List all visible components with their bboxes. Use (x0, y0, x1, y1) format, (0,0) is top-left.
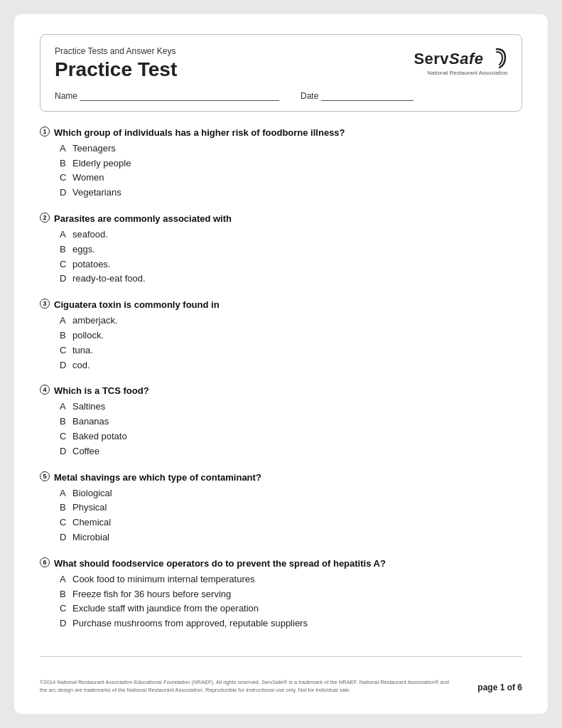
option-text: Elderly people (72, 156, 131, 171)
servsafe-logo: ServSafe National Restaurant Association (414, 46, 507, 76)
option-letter: B (60, 242, 72, 257)
option-text: Baked potato (72, 429, 127, 444)
option: ABiological (60, 486, 522, 501)
option-text: pollock. (72, 328, 104, 343)
option-text: eggs. (72, 242, 95, 257)
option-text: Microbial (72, 530, 109, 545)
questions-section: 1Which group of individuals has a higher… (40, 127, 522, 656)
option-letter: C (60, 515, 72, 530)
option-text: seafood. (72, 228, 108, 242)
option: DPurchase mushrooms from approved, reput… (60, 616, 522, 631)
option: ACook food to minimum internal temperatu… (60, 572, 522, 587)
options-list: ACook food to minimum internal temperatu… (60, 572, 522, 631)
header-subtitle: Practice Tests and Answer Keys (55, 46, 414, 56)
question-number: 4 (40, 385, 50, 395)
option-text: Chemical (72, 515, 111, 530)
option: ASaltines (60, 400, 522, 414)
options-list: Aamberjack.Bpollock.Ctuna.Dcod. (60, 314, 522, 373)
question-label: What should foodservice operators do to … (54, 558, 386, 569)
option-text: Saltines (72, 400, 105, 414)
question-number: 2 (40, 213, 50, 223)
option-letter: A (60, 400, 72, 414)
question-text: 5Metal shavings are which type of contam… (40, 472, 522, 483)
safe-text: Safe (449, 50, 483, 68)
option-text: Bananas (72, 414, 109, 429)
question-block: 1Which group of individuals has a higher… (40, 127, 522, 200)
question-label: Metal shavings are which type of contami… (54, 472, 261, 483)
option-letter: D (60, 530, 72, 545)
option-text: Women (72, 171, 104, 186)
option: Aseafood. (60, 228, 522, 242)
option: CExclude staff with jaundice from the op… (60, 601, 522, 616)
header-title: Practice Test (55, 59, 414, 81)
option-text: cod. (72, 358, 90, 373)
question-text: 4Which is a TCS food? (40, 385, 522, 396)
header-box: Practice Tests and Answer Keys Practice … (40, 34, 522, 112)
option-letter: D (60, 272, 72, 287)
header-name-date: Name Date (55, 91, 414, 101)
option-letter: D (60, 444, 72, 459)
question-block: 6What should foodservice operators do to… (40, 558, 522, 631)
option-text: Teenagers (72, 141, 116, 156)
option: BFreeze fish for 36 hours before serving (60, 587, 522, 602)
question-text: 3Ciguatera toxin is commonly found in (40, 299, 522, 310)
option: BElderly people (60, 156, 522, 171)
option-letter: D (60, 186, 72, 200)
question-number: 6 (40, 557, 50, 567)
option-text: Exclude staff with jaundice from the ope… (72, 601, 259, 616)
option-letter: C (60, 343, 72, 358)
option-letter: B (60, 156, 72, 171)
option-text: tuna. (72, 343, 93, 358)
option-letter: B (60, 328, 72, 343)
option-letter: B (60, 500, 72, 515)
footer-copyright: ©2014 National Restaurant Association Ed… (40, 678, 452, 695)
options-list: ABiologicalBPhysicalCChemicalDMicrobial (60, 486, 522, 545)
question-block: 5Metal shavings are which type of contam… (40, 472, 522, 545)
option: Aamberjack. (60, 314, 522, 328)
option: Beggs. (60, 242, 522, 257)
option-letter: A (60, 572, 72, 587)
question-number: 3 (40, 299, 50, 309)
option: Dready-to-eat food. (60, 272, 522, 287)
option: CWomen (60, 171, 522, 186)
option-text: Physical (72, 500, 107, 515)
option-text: Biological (72, 486, 112, 501)
serv-text: Serv (414, 50, 449, 68)
option-text: Cook food to minimum internal temperatur… (72, 572, 255, 587)
question-block: 4Which is a TCS food?ASaltinesBBananasCB… (40, 385, 522, 459)
option: Ctuna. (60, 343, 522, 358)
footer: ©2014 National Restaurant Association Ed… (40, 656, 522, 695)
option: DVegetarians (60, 186, 522, 200)
option-letter: D (60, 616, 72, 631)
option-letter: C (60, 429, 72, 444)
servsafe-wordmark: ServSafe (414, 51, 483, 67)
option: Bpollock. (60, 328, 522, 343)
option-letter: D (60, 358, 72, 373)
option-letter: B (60, 587, 72, 602)
option-text: Vegetarians (72, 186, 121, 200)
option-letter: C (60, 601, 72, 616)
option: Dcod. (60, 358, 522, 373)
option-letter: C (60, 257, 72, 272)
question-label: Which is a TCS food? (54, 385, 149, 396)
option-letter: A (60, 228, 72, 242)
option-text: potatoes. (72, 257, 111, 272)
name-label: Name (55, 91, 77, 101)
page: Practice Tests and Answer Keys Practice … (14, 14, 548, 714)
name-underline (80, 91, 279, 101)
question-text: 1Which group of individuals has a higher… (40, 127, 522, 138)
option: BPhysical (60, 500, 522, 515)
option-text: ready-to-eat food. (72, 272, 146, 287)
option-letter: A (60, 314, 72, 328)
question-block: 3Ciguatera toxin is commonly found inAam… (40, 299, 522, 373)
question-label: Ciguatera toxin is commonly found in (54, 299, 220, 310)
servsafe-sub: National Restaurant Association (427, 70, 507, 76)
options-list: Aseafood.Beggs.Cpotatoes.Dready-to-eat f… (60, 228, 522, 287)
option-text: Coffee (72, 444, 99, 459)
question-number: 1 (40, 127, 50, 136)
option: Cpotatoes. (60, 257, 522, 272)
option-letter: A (60, 486, 72, 501)
date-underline (321, 91, 414, 101)
question-text: 6What should foodservice operators do to… (40, 558, 522, 569)
date-label: Date (301, 91, 318, 101)
